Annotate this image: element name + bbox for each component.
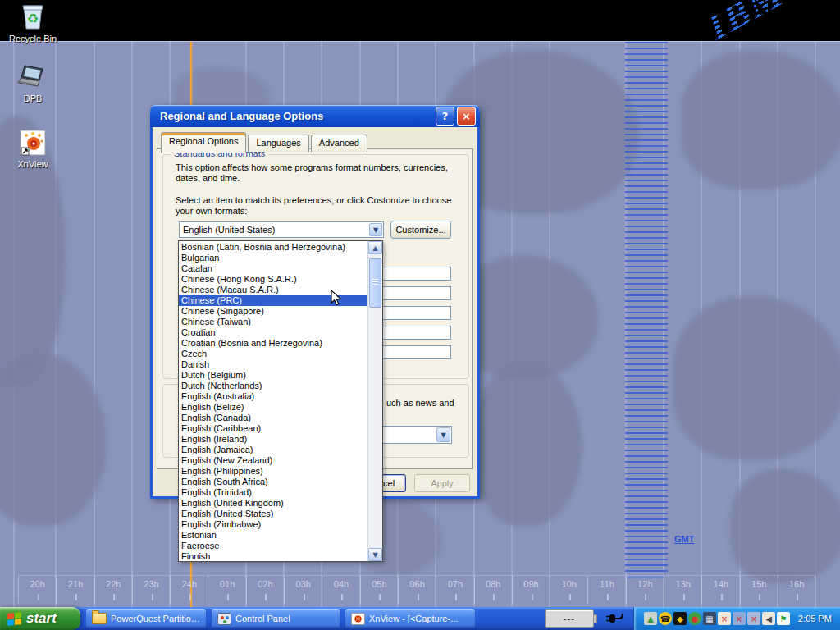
top-black-band: IBM [0,0,840,41]
timezone-label: 16h [778,576,815,604]
desktop-icon-dpb[interactable]: DPB [3,64,62,103]
language-option[interactable]: English (Philippines) [179,466,368,477]
language-option[interactable]: Finnish [179,551,368,561]
timezone-label: 03h [284,576,322,604]
tab-languages[interactable]: Languages [248,135,308,152]
icon-label: XnView [3,159,62,169]
language-option[interactable]: Croatian [179,327,368,338]
taskbar-task-powerquest-partition[interactable]: PowerQuest Partition... [86,609,206,628]
scroll-down-icon[interactable]: ▼ [368,548,382,561]
windows-flag-icon [7,612,21,626]
timezone-label: 12h [626,576,664,604]
timezone-label: 02h [246,576,284,604]
scrollbar-thumb[interactable] [369,258,381,308]
language-option[interactable]: Bulgarian [179,253,368,263]
timezone-label: 04h [322,576,359,604]
language-list-items: Bosnian (Latin, Bosnia and Herzegovina)B… [179,241,368,561]
icon-label: Recycle Bin [3,34,62,43]
scroll-up-icon[interactable]: ▲ [368,241,382,254]
language-option[interactable]: English (New Zealand) [179,455,368,466]
language-option[interactable]: Chinese (Hong Kong S.A.R.) [179,274,368,285]
timezone-label: 23h [132,576,170,604]
format-combobox[interactable]: English (United States) ▼ [179,221,384,238]
battery-meter[interactable]: --- [545,609,594,628]
language-option[interactable]: English (South Africa) [179,477,368,487]
signal-strength-off-icon[interactable]: × [718,612,731,625]
ac-power-plug-icon [605,612,623,625]
taskbar-task-xnview-capture[interactable]: XnView - [<Capture-... [345,609,475,628]
language-option[interactable]: Chinese (Macau S.A.R.) [179,285,368,295]
task-label: XnView - [<Capture-... [369,614,458,623]
language-option[interactable]: English (Caribbean) [179,423,368,434]
language-option[interactable]: Chinese (PRC) [179,295,368,306]
dialog-tabs: Regional OptionsLanguagesAdvanced [161,132,369,152]
language-option[interactable]: Estonian [179,530,368,541]
timezone-label: 06h [398,576,436,604]
language-option[interactable]: English (Canada) [179,413,368,423]
language-option[interactable]: English (Ireland) [179,434,368,445]
chevron-down-icon[interactable]: ▼ [369,223,382,236]
timezone-label: 14h [701,576,739,604]
language-option[interactable]: English (Zimbabwe) [179,519,368,530]
timezone-label: 13h [664,576,701,604]
timezone-label: 05h [360,576,398,604]
language-option[interactable]: English (Australia) [179,391,368,402]
language-option[interactable]: Croatian (Bosnia and Herzegovina) [179,338,368,349]
language-option[interactable]: English (United States) [179,509,368,519]
capture-flag-icon[interactable]: ⚑ [777,612,790,625]
clock[interactable]: 2:05 PM [798,614,832,623]
language-option[interactable]: Chinese (Taiwan) [179,317,368,327]
timezone-label: 20h [18,576,56,604]
select-hint-text: Select an item to match its preferences,… [176,195,464,217]
landmass-shape [673,296,840,460]
language-option[interactable]: Bosnian (Latin, Bosnia and Herzegovina) [179,242,368,253]
list-scrollbar[interactable]: ▲ ▼ [368,241,382,561]
tab-advanced[interactable]: Advanced [311,135,368,152]
recycle-bin-icon: ♻ [19,2,47,32]
wireless-off-icon[interactable]: × [747,612,760,625]
language-option[interactable]: English (Jamaica) [179,445,368,455]
task-label: Control Panel [235,614,290,623]
language-option[interactable]: English (Belize) [179,402,368,413]
language-option[interactable]: Dutch (Belgium) [179,370,368,381]
language-option[interactable]: Chinese (Singapore) [179,306,368,317]
phone-status-icon[interactable]: ☎ [659,612,672,625]
taskbar-task-control-panel[interactable]: Control Panel [212,609,340,628]
location-text-fragment: uch as news and [386,398,454,409]
timezone-label: 21h [56,576,94,604]
start-button[interactable]: start [0,607,80,630]
timezone-label: 11h [587,576,625,604]
standards-description: This option affects how some programs fo… [176,162,461,184]
battery-maximiser-icon[interactable]: ◆ [673,612,687,625]
close-button[interactable]: × [457,107,476,126]
language-option[interactable]: Faeroese [179,541,368,551]
connection-status-icon[interactable]: ● [688,612,701,625]
language-option[interactable]: English (Trinidad) [179,487,368,498]
language-option[interactable]: Catalan [179,263,368,274]
network-computers-icon[interactable]: ▦ [703,612,716,625]
format-combobox-value: English (United States) [183,225,276,235]
help-button[interactable]: ? [436,107,454,126]
language-option[interactable]: Danish [179,359,368,370]
start-label: start [26,610,57,627]
customize-button[interactable]: Customize... [390,221,451,239]
display-off-icon[interactable]: × [733,612,746,625]
tab-regional-options[interactable]: Regional Options [161,132,246,153]
dialog-title: Regional and Language Options [160,110,433,122]
language-dropdown-list: Bosnian (Latin, Bosnia and Herzegovina)B… [178,240,383,562]
language-option[interactable]: English (United Kingdom) [179,498,368,509]
chevron-down-icon[interactable]: ▼ [436,427,450,442]
language-option[interactable]: Dutch (Netherlands) [179,381,368,391]
dialog-titlebar[interactable]: Regional and Language Options ? × [150,105,480,127]
xnview-icon [351,613,365,625]
apply-button[interactable]: Apply [414,474,470,492]
desktop-icon-xnview[interactable]: XnView [3,128,62,169]
language-option[interactable]: Czech [179,349,368,359]
timezone-scale: 20h21h22h23h24h01h02h03h04h05h06h07h08h0… [18,575,815,604]
landmass-shape [730,468,840,583]
timezone-label: 10h [550,576,587,604]
volume-icon[interactable]: ◀ [762,612,775,625]
timezone-label: 22h [94,576,132,604]
remove-hardware-icon[interactable]: ▲ [644,612,657,625]
desktop-icon-recycle-bin[interactable]: ♻ Recycle Bin [3,2,62,43]
